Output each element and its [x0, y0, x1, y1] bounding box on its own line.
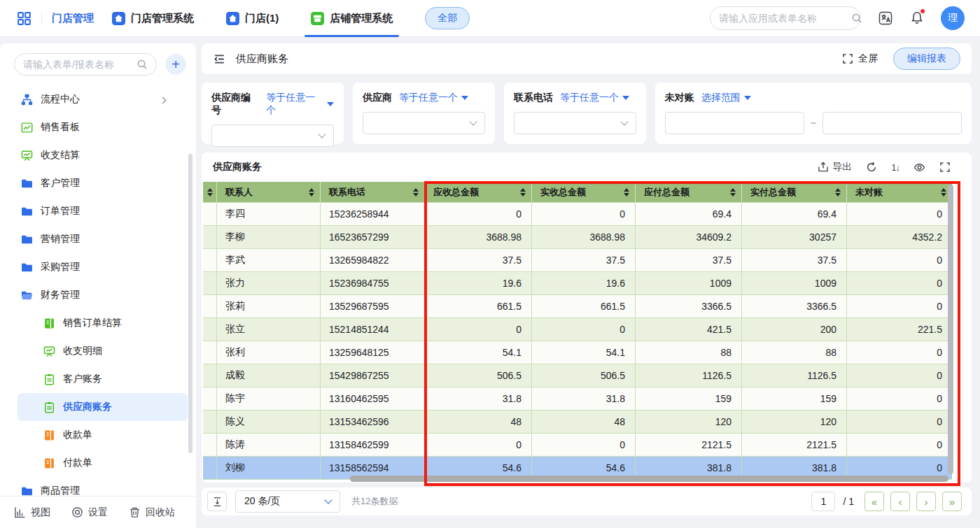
sidebar-scrollbar[interactable] [188, 154, 192, 453]
filter-operator-dropdown[interactable]: 等于任意一个 [399, 92, 468, 104]
cell-stub [203, 249, 217, 272]
sidebar-footer-trash[interactable]: 回收站 [129, 506, 175, 519]
sidebar-item-2[interactable]: 收支结算 [0, 141, 196, 169]
chevron-down-icon [318, 130, 326, 138]
sidebar-item-14[interactable]: 商品管理 [0, 477, 196, 496]
sidebar-item-8[interactable]: 销售订单结算 [0, 309, 196, 337]
sidebar-item-10[interactable]: 客户账务 [0, 365, 196, 393]
table-row[interactable]: 张力1523698475519.619.6100910090 [203, 272, 952, 295]
table-row[interactable]: 陈义1315346259648481201200 [203, 411, 952, 434]
cell-unreconciled: 0 [847, 272, 952, 295]
table-row[interactable]: 陈宇1316046259531.831.81591590 [203, 387, 952, 411]
sidebar-item-6[interactable]: 采购管理 [0, 253, 196, 281]
export-button[interactable]: 导出 [818, 161, 852, 173]
topbar-tab-2[interactable]: 店铺管理系统 [311, 0, 393, 37]
last-page-button[interactable]: » [942, 492, 962, 511]
table-row[interactable]: 张莉13529687595661.5661.53366.53366.50 [203, 295, 952, 318]
cell-received-total: 37.5 [532, 249, 636, 272]
sidebar-item-4[interactable]: 订单管理 [0, 197, 196, 225]
topbar-tab-0[interactable]: 门店管理系统 [112, 0, 194, 37]
filter-operator-dropdown[interactable]: 选择范围 [701, 92, 751, 104]
sort-order-icon[interactable]: 1↓ [891, 162, 899, 173]
sidebar-item-12[interactable]: 收款单 [0, 421, 196, 449]
cell-paid-total: 159 [742, 387, 847, 411]
cell-phone: 13158462599 [321, 434, 425, 457]
topbar-tab-1[interactable]: 门店(1) [226, 0, 279, 37]
column-header-payable-total[interactable]: 应付总金额 [636, 182, 742, 203]
workspace-name[interactable]: 门店管理 [52, 12, 94, 25]
sidebar-item-9[interactable]: 收支明细 [0, 337, 196, 365]
app-grid-icon[interactable] [17, 11, 31, 26]
sidebar-item-11[interactable]: 供应商账务 [18, 393, 188, 421]
table-row[interactable]: 陈涛13158462599002121.52121.50 [203, 434, 952, 457]
sidebar-item-13[interactable]: 付款单 [0, 449, 196, 477]
table-row[interactable]: 张立1521485124400421.5200221.5 [203, 318, 952, 341]
table-row[interactable]: 张利1325964812554.154.188880 [203, 341, 952, 364]
ledger-orange-icon [43, 457, 55, 469]
refresh-icon[interactable] [866, 162, 877, 173]
translate-icon[interactable] [878, 10, 893, 26]
sidebar-item-label: 收款单 [63, 429, 92, 441]
presentation-icon [43, 345, 55, 357]
prev-page-button[interactable]: ‹ [890, 492, 910, 511]
search-icon[interactable] [851, 13, 862, 24]
sidebar-footer-view[interactable]: 视图 [14, 506, 50, 519]
column-header-phone[interactable]: 联系电话 [321, 182, 425, 203]
table-row[interactable]: 李四152362589440069.469.40 [203, 203, 952, 226]
global-search-input[interactable] [719, 13, 846, 24]
filter-select[interactable] [514, 112, 636, 134]
all-filter-pill[interactable]: 全部 [425, 7, 470, 29]
first-page-button[interactable]: « [864, 492, 884, 511]
sidebar-item-3[interactable]: 客户管理 [0, 169, 196, 197]
filter-operator-dropdown[interactable]: 等于任意一个 [266, 92, 334, 117]
column-header-received-total[interactable]: 实收总金额 [532, 182, 636, 203]
jump-to-bottom-button[interactable] [207, 492, 227, 511]
edit-report-button[interactable]: 编辑报表 [893, 48, 960, 70]
sidebar-item-label: 采购管理 [41, 261, 80, 273]
form-search[interactable] [14, 53, 157, 76]
visibility-icon[interactable] [913, 162, 925, 173]
filter-select[interactable] [363, 112, 485, 134]
sidebar-item-7[interactable]: 财务管理 [0, 281, 196, 309]
topbar-divider [41, 12, 42, 24]
filter-range: ~ [665, 112, 962, 134]
global-search[interactable] [710, 6, 861, 30]
table-fullscreen-icon[interactable] [939, 162, 951, 173]
filter-operator-dropdown[interactable]: 等于任意一个 [560, 92, 629, 104]
next-page-button[interactable]: › [916, 492, 936, 511]
search-icon[interactable] [136, 59, 148, 70]
sidebar-item-5[interactable]: 营销管理 [0, 225, 196, 253]
vertical-scrollbar[interactable] [948, 185, 953, 474]
filter-select[interactable] [211, 124, 334, 147]
fullscreen-button[interactable]: 全屏 [842, 52, 878, 65]
range-min-input[interactable] [665, 112, 804, 134]
page-number-input[interactable] [811, 492, 835, 511]
filter-label: 未对账 [665, 92, 694, 104]
caret-down-icon [461, 96, 468, 100]
horizontal-scrollbar[interactable] [350, 476, 948, 482]
collapse-sidebar-icon[interactable] [213, 52, 226, 66]
sidebar-item-0[interactable]: 流程中心 [0, 85, 196, 113]
range-max-input[interactable] [822, 112, 962, 134]
cell-payable-total: 421.5 [636, 318, 742, 341]
sidebar-item-label: 收支结算 [41, 149, 80, 162]
clipboard-icon [43, 373, 55, 385]
page-size-select[interactable]: 20 条/页 [235, 490, 340, 513]
column-header-contact[interactable]: 联系人 [217, 182, 321, 203]
sidebar-footer-gear[interactable]: 设置 [71, 506, 108, 519]
table-row[interactable]: 李柳165236572993688.983688.9834609.2302574… [203, 226, 952, 249]
avatar[interactable]: 理 [941, 6, 965, 30]
sidebar-item-1[interactable]: 销售看板 [0, 113, 196, 141]
gear-icon [71, 506, 83, 518]
notification-bell[interactable] [910, 10, 924, 27]
cell-stub [203, 364, 217, 387]
column-header-receivable-total[interactable]: 应收总金额 [425, 182, 532, 203]
form-search-input[interactable] [23, 59, 132, 70]
table-row[interactable]: 李武1326598482237.537.537.537.50 [203, 249, 952, 272]
column-header-paid-total[interactable]: 实付总金额 [742, 182, 847, 203]
table-row[interactable]: 成毅15429867255506.5506.51126.51126.50 [203, 364, 952, 387]
cell-contact: 陈涛 [217, 434, 321, 457]
add-button[interactable]: + [165, 54, 186, 75]
column-header-stub[interactable] [203, 182, 217, 203]
column-header-unreconciled[interactable]: 未对账 [847, 182, 952, 203]
